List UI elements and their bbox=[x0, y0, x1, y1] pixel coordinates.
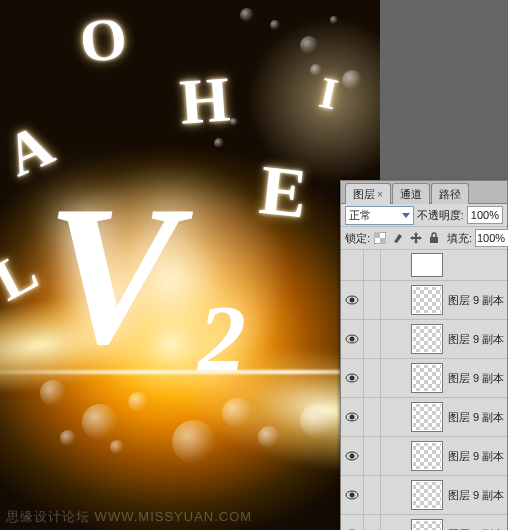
bokeh-bubble bbox=[330, 16, 338, 24]
blend-mode-value: 正常 bbox=[349, 208, 371, 223]
float-letter: E bbox=[256, 150, 311, 234]
float-letter: O bbox=[77, 4, 131, 78]
svg-point-11 bbox=[350, 415, 355, 420]
svg-point-7 bbox=[350, 337, 355, 342]
bokeh-bubble bbox=[300, 36, 318, 54]
visibility-toggle[interactable] bbox=[341, 398, 364, 436]
visibility-toggle[interactable] bbox=[341, 437, 364, 475]
bokeh-bubble bbox=[240, 8, 254, 22]
lock-all-icon[interactable] bbox=[427, 231, 441, 245]
svg-point-15 bbox=[350, 493, 355, 498]
layer-name[interactable]: 图层 9 副本 28 bbox=[448, 410, 507, 425]
opacity-label: 不透明度: bbox=[417, 208, 464, 223]
bokeh-bubble bbox=[82, 404, 118, 440]
lock-row: 锁定: 填充: 100% bbox=[341, 227, 507, 250]
layer-row[interactable]: 图层 9 副本 29 bbox=[341, 359, 507, 398]
svg-rect-2 bbox=[380, 238, 386, 244]
svg-rect-3 bbox=[430, 237, 438, 243]
bokeh-bubble bbox=[258, 426, 280, 448]
layer-name[interactable]: 图层 9 副本 26 bbox=[448, 488, 507, 503]
bokeh-bubble bbox=[222, 398, 252, 428]
layer-row[interactable]: 图层 9 副本 25 bbox=[341, 515, 507, 530]
layer-thumbnail[interactable] bbox=[411, 285, 443, 315]
fill-label: 填充: bbox=[447, 231, 472, 246]
layer-name[interactable]: 图层 9 副本 31 bbox=[448, 293, 507, 308]
blend-row: 正常 不透明度: 100% bbox=[341, 204, 507, 227]
layer-thumbnail[interactable] bbox=[411, 363, 443, 393]
tab-paths[interactable]: 路径 bbox=[431, 183, 469, 204]
layer-thumbnail[interactable] bbox=[411, 324, 443, 354]
artwork-canvas: OHIAEL V 2 思缘设计论坛 WWW.MISSYUAN.COM bbox=[0, 0, 380, 530]
fill-value[interactable]: 100% bbox=[475, 229, 508, 247]
visibility-toggle[interactable] bbox=[341, 359, 364, 397]
main-logo: V 2 bbox=[46, 175, 173, 375]
svg-rect-1 bbox=[374, 232, 380, 238]
svg-point-5 bbox=[350, 298, 355, 303]
float-letter: H bbox=[177, 62, 232, 139]
bokeh-bubble bbox=[300, 404, 334, 438]
layer-thumbnail[interactable] bbox=[411, 519, 443, 530]
bokeh-bubble bbox=[60, 430, 76, 446]
bokeh-bubble bbox=[270, 20, 280, 30]
layer-name[interactable]: 图层 9 副本 25 bbox=[448, 527, 507, 531]
layer-list: 图层 9 副本 31图层 9 副本 30图层 9 副本 29图层 9 副本 28… bbox=[341, 250, 507, 530]
subscript-2: 2 bbox=[198, 291, 246, 387]
visibility-toggle[interactable] bbox=[341, 281, 364, 319]
visibility-toggle[interactable] bbox=[341, 320, 364, 358]
layer-row[interactable] bbox=[341, 250, 507, 281]
blend-mode-select[interactable]: 正常 bbox=[345, 206, 414, 225]
bokeh-bubble bbox=[110, 440, 124, 454]
close-icon[interactable]: × bbox=[377, 189, 383, 200]
main-letter-v: V bbox=[46, 164, 173, 385]
bokeh-bubble bbox=[172, 420, 216, 464]
layer-row[interactable]: 图层 9 副本 26 bbox=[341, 476, 507, 515]
bokeh-bubble bbox=[214, 138, 224, 148]
visibility-toggle[interactable] bbox=[341, 250, 364, 284]
watermark-text: 思缘设计论坛 WWW.MISSYUAN.COM bbox=[6, 508, 252, 526]
lock-transparency-icon[interactable] bbox=[373, 231, 387, 245]
layer-name[interactable]: 图层 9 副本 29 bbox=[448, 371, 507, 386]
tab-channels[interactable]: 通道 bbox=[392, 183, 430, 204]
layer-name[interactable]: 图层 9 副本 30 bbox=[448, 332, 507, 347]
bokeh-bubble bbox=[310, 64, 322, 76]
layer-row[interactable]: 图层 9 副本 28 bbox=[341, 398, 507, 437]
layer-row[interactable]: 图层 9 副本 30 bbox=[341, 320, 507, 359]
layer-thumbnail[interactable] bbox=[411, 402, 443, 432]
lock-move-icon[interactable] bbox=[409, 231, 423, 245]
svg-point-9 bbox=[350, 376, 355, 381]
bokeh-bubble bbox=[128, 392, 148, 412]
lock-label: 锁定: bbox=[345, 231, 370, 246]
opacity-value[interactable]: 100% bbox=[467, 206, 503, 224]
layer-row[interactable]: 图层 9 副本 31 bbox=[341, 281, 507, 320]
visibility-toggle[interactable] bbox=[341, 515, 364, 530]
layer-thumbnail[interactable] bbox=[411, 441, 443, 471]
lock-paint-icon[interactable] bbox=[391, 231, 405, 245]
layer-name[interactable]: 图层 9 副本 27 bbox=[448, 449, 507, 464]
layer-thumbnail[interactable] bbox=[411, 480, 443, 510]
visibility-toggle[interactable] bbox=[341, 476, 364, 514]
panel-tabs: 图层× 通道 路径 bbox=[341, 181, 507, 204]
bokeh-bubble bbox=[342, 70, 362, 90]
chevron-down-icon bbox=[402, 213, 410, 218]
layers-panel: 图层× 通道 路径 正常 不透明度: 100% 锁定: 填充: 100% bbox=[340, 180, 508, 530]
tab-layers[interactable]: 图层× bbox=[345, 183, 391, 204]
svg-point-13 bbox=[350, 454, 355, 459]
layer-row[interactable]: 图层 9 副本 27 bbox=[341, 437, 507, 476]
layer-thumbnail[interactable] bbox=[411, 253, 443, 277]
